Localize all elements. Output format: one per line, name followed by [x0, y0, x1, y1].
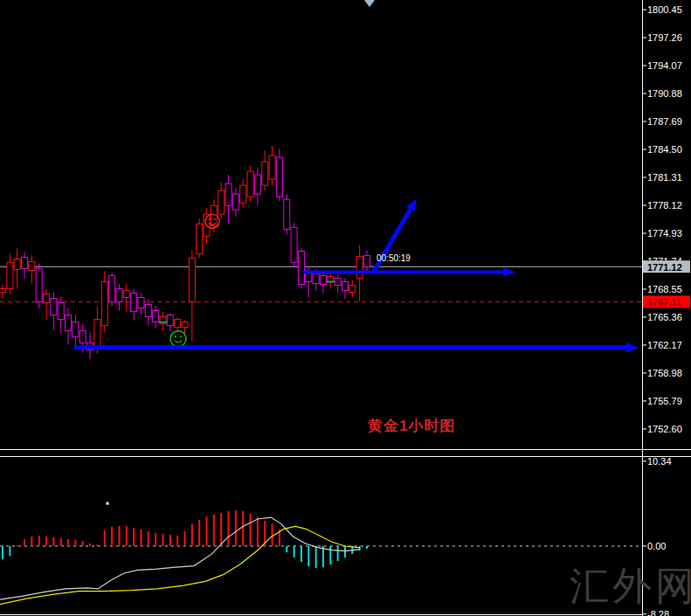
- indicator-dot-marker: [107, 502, 109, 505]
- price-tick-label: 1768.55: [647, 284, 682, 294]
- price-tick-label: 1778.12: [647, 200, 682, 211]
- chart-title-label: 黄金1小时图: [368, 416, 455, 436]
- price-tick-label: 1762.17: [647, 340, 682, 350]
- price-tick-label: 1758.98: [647, 368, 682, 378]
- chart-canvas[interactable]: 1800.451797.261794.071790.881787.691784.…: [0, 0, 691, 616]
- price-tick-label: 1794.07: [647, 60, 682, 71]
- support-arrow[interactable]: [74, 343, 639, 352]
- macd-histogram: [3, 510, 367, 568]
- smiley-marker-green[interactable]: [170, 331, 186, 347]
- indicator-tick-label: 10.34: [647, 456, 672, 467]
- indicator-tick-label: 0.00: [647, 541, 666, 551]
- price-tick-label: 1765.36: [647, 312, 682, 322]
- bid-price-box: 1771.12: [643, 260, 690, 273]
- resistance-arrow[interactable]: [303, 267, 515, 277]
- macd-line: [0, 517, 360, 599]
- price-tick-label: 1755.79: [647, 396, 682, 406]
- price-tick-label: 1784.50: [647, 144, 682, 155]
- price-tick-label: 1787.69: [647, 116, 682, 127]
- price-tick-label: 1781.31: [647, 172, 682, 183]
- candles: [0, 146, 370, 359]
- price-tick-label: 1774.93: [647, 228, 682, 239]
- chart-shift-marker[interactable]: [364, 0, 375, 7]
- alert-price-box-value: 1767.11: [647, 297, 681, 308]
- price-tick-label: 1790.88: [647, 88, 682, 99]
- bid-price-box-value: 1771.12: [647, 262, 682, 273]
- watermark-text: 汇外网: [570, 560, 691, 613]
- arrow-time-label: 00:50:19: [377, 253, 411, 263]
- trading-app-window: 1800.451797.261794.071790.881787.691784.…: [0, 0, 691, 616]
- price-tick-label: 1752.60: [647, 424, 682, 434]
- price-tick-label: 1797.26: [647, 32, 682, 43]
- price-axis[interactable]: 1800.451797.261794.071790.881787.691784.…: [642, 0, 682, 616]
- price-tick-label: 1800.45: [647, 4, 682, 15]
- alert-price-box: 1767.11: [643, 295, 690, 308]
